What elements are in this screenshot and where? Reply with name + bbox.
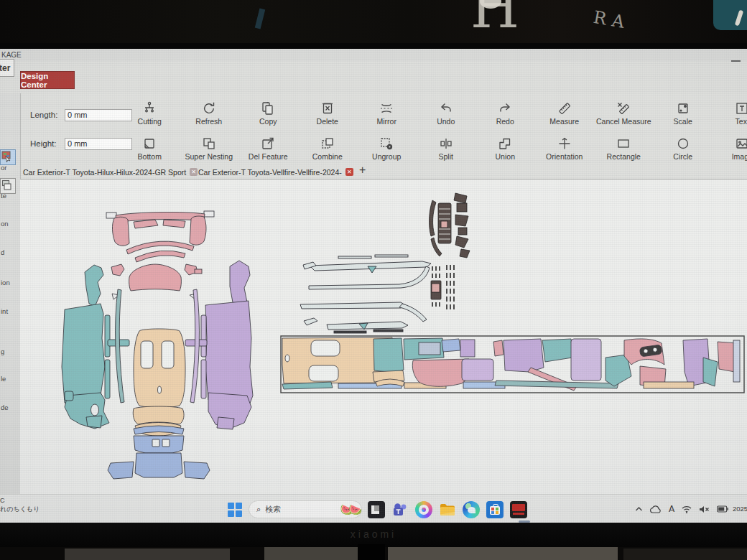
poster-word-fragment: RA — [592, 7, 631, 34]
cancel-measure-button[interactable]: Cancel Measure — [594, 98, 654, 133]
desk-object — [264, 547, 358, 560]
desk-object — [388, 547, 618, 560]
taskbar-search-input[interactable]: ⌕ 検索 🍉🍉 — [249, 500, 362, 518]
split-button[interactable]: Split — [417, 133, 476, 168]
taskbar-icon-store[interactable] — [486, 501, 504, 518]
nested-layout-strip[interactable] — [281, 336, 744, 393]
search-placeholder: 検索 — [265, 504, 281, 515]
taskbar-icon-edge[interactable] — [463, 501, 480, 518]
screen: KAGE nter Design Center or — [0, 49, 747, 523]
nav-row — [0, 61, 747, 93]
sidebar-item-fragment[interactable]: de — [1, 403, 9, 411]
windows-taskbar: C れのちくもり ⌕ 検索 🍉🍉 — [0, 494, 747, 523]
ungroup-button[interactable]: Ungroup — [357, 133, 417, 168]
taskbar-clock-fragment[interactable]: 2025/ — [733, 505, 747, 513]
photo-of-monitor: H RA KAGE nter Design Center — [0, 0, 747, 560]
start-button[interactable] — [227, 502, 243, 518]
mirror-button[interactable]: Mirror — [357, 98, 417, 133]
super-nesting-icon — [201, 136, 217, 151]
cutting-button[interactable]: Cutting — [120, 98, 180, 133]
monitor-stand — [358, 544, 385, 560]
weather-temperature-fragment[interactable]: C — [0, 497, 5, 504]
weather-condition-fragment[interactable]: れのちくもり — [0, 505, 40, 514]
tab-close-icon[interactable]: ✕ — [190, 168, 198, 176]
template-roof[interactable] — [133, 329, 185, 436]
new-tab-button[interactable]: + — [359, 164, 366, 177]
delete-button[interactable]: Delete — [298, 98, 358, 133]
battery-icon[interactable] — [717, 505, 728, 513]
minimize-icon[interactable] — [731, 60, 741, 62]
sidebar-item-fragment[interactable]: int — [1, 307, 8, 315]
combine-button[interactable]: Combine — [298, 133, 358, 168]
del-feature-button[interactable]: Del Feature — [238, 133, 298, 168]
sidebar-item-fragment[interactable]: g — [1, 347, 4, 355]
window-titlebar: KAGE — [0, 49, 747, 61]
del-feature-icon — [260, 136, 276, 151]
document-tabs: Car Exterior-T Toyota-Hilux-Hilux-2024-G… — [20, 165, 747, 179]
template-front-bumper-group[interactable] — [106, 211, 214, 262]
measure-button[interactable]: Measure — [535, 98, 595, 133]
refresh-icon — [201, 101, 217, 116]
bottom-button[interactable]: Bottom — [120, 133, 180, 168]
scale-button[interactable]: Scale — [654, 98, 713, 133]
window-title-fragment: KAGE — [0, 51, 22, 59]
design-canvas[interactable] — [20, 179, 747, 495]
measure-icon — [557, 101, 572, 116]
text-icon — [734, 101, 747, 116]
template-right-side-panels[interactable] — [185, 261, 253, 429]
desk-surface — [0, 547, 747, 560]
template-grille-cluster[interactable] — [430, 193, 470, 258]
desk-object — [623, 549, 747, 560]
orientation-icon — [557, 136, 572, 151]
onedrive-cloud-icon[interactable] — [650, 505, 662, 513]
cutting-center-button[interactable]: nter — [0, 59, 14, 77]
taskbar-icon-active-red-app[interactable] — [510, 501, 527, 518]
scale-icon — [675, 101, 691, 116]
redo-button[interactable]: Redo — [475, 98, 535, 133]
tab-close-icon[interactable]: ✕ — [345, 168, 353, 176]
background-glint — [255, 8, 266, 29]
tab-vellfire-active[interactable]: Car Exterior-T Toyota-Vellfire-Vellfire-… — [198, 165, 353, 179]
folder-icon — [439, 501, 456, 518]
combine-icon — [320, 136, 335, 151]
sidebar-label-fragment-or: or — [1, 164, 6, 172]
taskbar-icon-file-explorer[interactable] — [439, 501, 456, 518]
taskbar-app-icons — [368, 500, 527, 519]
dimension-panel: Length: 0 mm Height: 0 mm — [20, 93, 128, 165]
rectangle-button[interactable]: Rectangle — [594, 133, 654, 168]
circle-button[interactable]: Circle — [654, 133, 713, 168]
refresh-button[interactable]: Refresh — [180, 98, 239, 133]
tab-hilux[interactable]: Car Exterior-T Toyota-Hilux-Hilux-2024-G… — [23, 165, 198, 179]
canvas-shapes — [20, 179, 747, 495]
sidebar-item-fragment[interactable]: on — [1, 220, 9, 228]
template-left-side-panels[interactable] — [62, 265, 129, 429]
wifi-icon[interactable] — [682, 505, 692, 513]
taskbar-icon-dark-app[interactable] — [368, 501, 385, 518]
orientation-button[interactable]: Orientation — [535, 133, 595, 168]
tray-chevron-up-icon[interactable] — [635, 506, 643, 512]
rectangle-icon — [616, 136, 631, 151]
template-hood[interactable] — [111, 264, 202, 291]
copy-button[interactable]: Copy — [238, 98, 298, 133]
text-button[interactable]: Text — [713, 98, 747, 133]
undo-button[interactable]: Undo — [417, 98, 476, 133]
volume-muted-icon[interactable] — [699, 505, 710, 513]
sidebar-item-fragment[interactable]: le — [1, 375, 6, 383]
union-button[interactable]: Union — [475, 133, 535, 168]
union-icon — [497, 136, 513, 151]
sidebar-label-fragment-te: te — [1, 192, 6, 200]
super-nesting-button[interactable]: Super Nesting — [180, 133, 239, 168]
taskbar-icon-copilot[interactable] — [415, 501, 432, 518]
template-trim-strips[interactable] — [300, 255, 431, 333]
image-button[interactable]: Image — [713, 133, 747, 168]
copy-icon — [260, 101, 276, 116]
sidebar-item-fragment[interactable]: d — [1, 248, 4, 256]
sidebar-selector-tool-icon[interactable] — [0, 149, 16, 165]
height-label: Height: — [30, 139, 56, 148]
design-center-button[interactable]: Design Center — [20, 71, 75, 89]
monitor-brand-logo: xiaomi — [0, 528, 747, 540]
taskbar-icon-teams[interactable] — [391, 501, 409, 518]
template-grille-cluster-2[interactable] — [431, 265, 454, 309]
ime-indicator[interactable]: A — [669, 504, 674, 514]
sidebar-item-fragment[interactable]: ion — [1, 279, 10, 286]
